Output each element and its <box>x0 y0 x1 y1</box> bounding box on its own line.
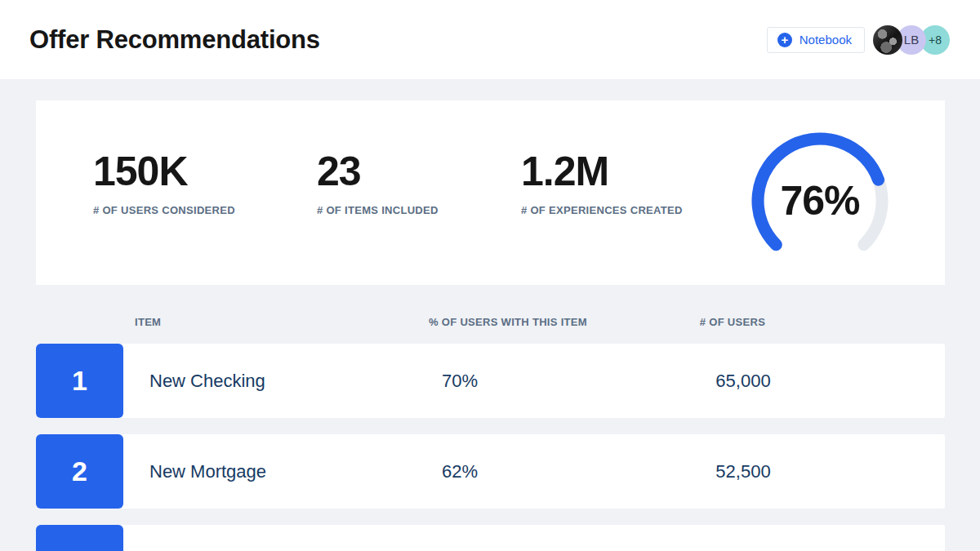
percent-value: 70% <box>337 344 582 418</box>
percent-value: 62% <box>337 434 582 509</box>
stat-users-considered: 150K # OF USERS CONSIDERED <box>93 150 235 216</box>
recommendation-rows: 1 New Checking 70% 65,000 2 New Mortgage… <box>36 344 945 551</box>
item-name: New Checking <box>149 344 265 418</box>
plus-circle-icon: + <box>777 33 792 47</box>
rank-badge: 3 <box>36 525 123 551</box>
rank-badge: 2 <box>36 434 123 509</box>
item-name: New Mortgage <box>149 434 266 509</box>
column-header-item: ITEM <box>135 316 161 328</box>
table-header: ITEM % OF USERS WITH THIS ITEM # OF USER… <box>36 316 945 327</box>
rank-badge: 1 <box>36 344 123 418</box>
notebook-button-label: Notebook <box>800 33 852 47</box>
users-value: 65,000 <box>621 344 866 418</box>
column-header-percent: % OF USERS WITH THIS ITEM <box>385 316 630 328</box>
stat-experiences-created: 1.2M # OF EXPERIENCES CREATED <box>521 150 683 216</box>
stat-items-included: 23 # OF ITEMS INCLUDED <box>317 150 439 216</box>
stat-value: 150K <box>93 150 235 193</box>
top-bar: Offer Recommendations + Notebook LB +8 <box>0 0 980 79</box>
avatar-stack: LB +8 <box>873 25 950 55</box>
stat-label: # OF ITEMS INCLUDED <box>317 204 439 216</box>
main-content: 150K # OF USERS CONSIDERED 23 # OF ITEMS… <box>36 100 945 551</box>
page-title: Offer Recommendations <box>29 25 320 55</box>
percent-value <box>337 525 582 551</box>
stat-value: 1.2M <box>521 150 683 193</box>
users-value <box>621 525 866 551</box>
table-row[interactable]: 1 New Checking 70% 65,000 <box>36 344 945 418</box>
stat-label: # OF USERS CONSIDERED <box>93 204 235 216</box>
topbar-actions: + Notebook LB +8 <box>767 25 950 55</box>
stat-label: # OF EXPERIENCES CREATED <box>521 204 683 216</box>
summary-stats-card: 150K # OF USERS CONSIDERED 23 # OF ITEMS… <box>36 100 945 285</box>
table-row[interactable]: 2 New Mortgage 62% 52,500 <box>36 434 945 509</box>
table-row[interactable]: 3 <box>36 525 945 551</box>
avatar-photo[interactable] <box>873 25 902 55</box>
percent-gauge: 76% <box>750 129 890 253</box>
notebook-button[interactable]: + Notebook <box>767 27 865 53</box>
users-value: 52,500 <box>621 434 866 509</box>
column-header-users: # OF USERS <box>610 316 855 328</box>
stat-value: 23 <box>317 150 439 193</box>
gauge-value: 76% <box>750 176 890 225</box>
